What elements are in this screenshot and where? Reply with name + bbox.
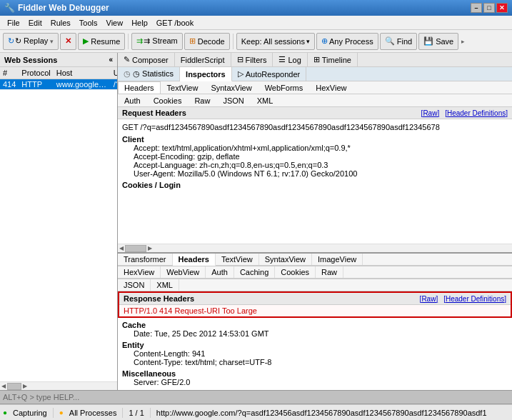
decode-button[interactable]: ⊞ Decode bbox=[184, 33, 230, 50]
stream-label: ⇉ Stream bbox=[144, 36, 178, 46]
collapse-button[interactable]: « bbox=[109, 56, 113, 64]
request-headers-section-header: Request Headers [Raw] [Header Definition… bbox=[118, 107, 512, 119]
resp-tab-transformer[interactable]: Transformer bbox=[118, 254, 173, 265]
req-tab-syntaxview[interactable]: SyntaxView bbox=[204, 81, 258, 94]
minimize-button[interactable]: – bbox=[471, 3, 482, 13]
menu-tools[interactable]: Tools bbox=[75, 17, 102, 29]
resp-tab-raw[interactable]: Raw bbox=[316, 266, 343, 278]
col-url: URL bbox=[111, 67, 117, 79]
response-section: Transformer Headers TextView SyntaxView … bbox=[118, 253, 512, 390]
status-shortcut: ALT+Q > type HELP... bbox=[3, 393, 79, 401]
req-scrollbar-h[interactable]: ◀ ▶ bbox=[118, 244, 512, 252]
find-button[interactable]: 🔍 Find bbox=[380, 33, 417, 50]
resp-tab-webview[interactable]: WebView bbox=[161, 266, 206, 278]
response-tabs-row-3: JSON XML bbox=[118, 279, 512, 291]
statistics-label: ◷ Statistics bbox=[133, 69, 174, 79]
resp-tab-auth[interactable]: Auth bbox=[206, 266, 234, 278]
resp-raw-link[interactable]: [Raw] bbox=[420, 295, 438, 303]
fiddlerscript-label: FiddlerScript bbox=[181, 56, 225, 64]
tab-statistics[interactable]: ◷ ◷ Statistics bbox=[118, 67, 180, 81]
tab-timeline[interactable]: ⊞ Timeline bbox=[308, 53, 358, 66]
req-raw-link[interactable]: [Raw] bbox=[421, 109, 440, 117]
keep-arrow: ▾ bbox=[306, 38, 310, 45]
req-tab-textview[interactable]: TextView bbox=[161, 81, 205, 94]
col-protocol: Protocol bbox=[19, 67, 53, 79]
response-headers-section-header: Response Headers [Raw] [Header Definitio… bbox=[119, 293, 511, 305]
req-tab-headers[interactable]: Headers bbox=[118, 81, 161, 94]
tab-fiddlerscript[interactable]: FiddlerScript bbox=[175, 53, 231, 66]
cache-label: Cache bbox=[122, 321, 508, 329]
menu-help[interactable]: Help bbox=[127, 17, 152, 29]
response-headers-box: Response Headers [Raw] [Header Definitio… bbox=[118, 291, 512, 318]
menu-view[interactable]: View bbox=[102, 17, 128, 29]
resp-tab-json[interactable]: JSON bbox=[118, 279, 151, 291]
menu-rules[interactable]: Rules bbox=[46, 17, 75, 29]
resp-tab-hexview[interactable]: HexView bbox=[118, 266, 161, 278]
status-sep-3 bbox=[150, 408, 151, 418]
resp-tab-textview[interactable]: TextView bbox=[216, 254, 259, 265]
scroll-left-arrow[interactable]: ◀ bbox=[1, 383, 6, 389]
toolbar-overflow-arrow[interactable]: ▸ bbox=[460, 36, 466, 46]
tab-filters[interactable]: ⊟ Filters bbox=[231, 53, 273, 66]
tab-composer[interactable]: ✎ Composer bbox=[118, 53, 175, 66]
scroll-right-arrow[interactable]: ▶ bbox=[23, 383, 27, 389]
close-button[interactable]: ✕ bbox=[496, 3, 508, 13]
req-tab-raw[interactable]: Raw bbox=[188, 94, 216, 106]
tab-autoresponder[interactable]: ▷ AutoResponder bbox=[232, 67, 306, 81]
web-sessions-label: Web Sessions bbox=[4, 56, 57, 64]
client-section: Client Accept: text/html,application/xht… bbox=[122, 135, 508, 178]
log-label: Log bbox=[288, 56, 301, 64]
decode-label: Decode bbox=[198, 37, 225, 46]
table-row[interactable]: 414 HTTP www.google.com /?q=asdf123456as… bbox=[0, 79, 117, 90]
keep-sessions-dropdown[interactable]: Keep: All sessions ▾ bbox=[236, 33, 315, 50]
misc-label: Miscellaneous bbox=[122, 369, 508, 378]
req-tab-auth[interactable]: Auth bbox=[118, 94, 147, 106]
resp-tab-imageview[interactable]: ImageView bbox=[312, 254, 363, 265]
left-panel: Web Sessions « # Protocol Host URL 414 H… bbox=[0, 53, 118, 390]
req-tab-hexview[interactable]: HexView bbox=[309, 81, 353, 94]
menu-edit[interactable]: Edit bbox=[24, 17, 46, 29]
client-label: Client bbox=[122, 135, 508, 144]
resp-tab-syntaxview[interactable]: SyntaxView bbox=[259, 254, 312, 265]
replay-dropdown-arrow[interactable]: ▾ bbox=[50, 38, 54, 45]
replay-button[interactable]: ↻ ↻ Replay ▾ bbox=[3, 33, 59, 50]
req-tab-cookies[interactable]: Cookies bbox=[147, 94, 189, 106]
req-tab-xml[interactable]: XML bbox=[251, 94, 280, 106]
response-headers-container: Response Headers [Raw] [Header Definitio… bbox=[118, 291, 512, 390]
req-header-defs-link[interactable]: [Header Definitions] bbox=[445, 109, 508, 117]
capturing-label: Capturing bbox=[13, 409, 47, 417]
req-tab-json[interactable]: JSON bbox=[216, 94, 250, 106]
accept-encoding-header: Accept-Encoding: gzip, deflate bbox=[122, 152, 508, 161]
req-scroll-thumb[interactable] bbox=[125, 245, 146, 252]
menu-file[interactable]: File bbox=[3, 17, 24, 29]
request-line: GET /?q=asdf1234567890asdf1234567890asdf… bbox=[122, 122, 508, 132]
remove-button[interactable]: ✕ bbox=[60, 33, 76, 50]
resume-button[interactable]: ▶ Resume bbox=[78, 33, 125, 50]
log-icon: ☰ bbox=[278, 55, 286, 64]
scroll-thumb[interactable] bbox=[7, 383, 21, 390]
process-icon: ● bbox=[59, 409, 64, 416]
menu-get-book[interactable]: GET /book bbox=[152, 17, 198, 29]
resp-tab-cookies[interactable]: Cookies bbox=[275, 266, 316, 278]
req-tab-webforms[interactable]: WebForms bbox=[258, 81, 310, 94]
tab-log[interactable]: ☰ Log bbox=[273, 53, 307, 66]
resp-header-defs-link[interactable]: [Header Definitions] bbox=[443, 295, 506, 303]
stream-button[interactable]: ⇉ ⇉ Stream bbox=[131, 33, 183, 50]
status-sep-1 bbox=[53, 408, 54, 418]
user-agent-header: User-Agent: Mozilla/5.0 (Windows NT 6.1;… bbox=[122, 169, 508, 178]
maximize-button[interactable]: □ bbox=[483, 3, 495, 13]
capturing-icon: ● bbox=[3, 409, 7, 416]
resp-tab-xml[interactable]: XML bbox=[151, 279, 179, 291]
statistics-icon: ◷ bbox=[124, 69, 131, 79]
resp-tab-headers[interactable]: Headers bbox=[173, 254, 216, 266]
resp-tab-caching[interactable]: Caching bbox=[234, 266, 275, 278]
resp-headers-title: Response Headers bbox=[124, 294, 414, 303]
req-scroll-right[interactable]: ▶ bbox=[148, 245, 152, 251]
req-scroll-left[interactable]: ◀ bbox=[119, 245, 124, 251]
any-process-dropdown[interactable]: ⊕ Any Process bbox=[316, 33, 378, 50]
sessions-scrollbar[interactable]: ◀ ▶ bbox=[0, 381, 117, 390]
tab-inspectors[interactable]: Inspectors bbox=[180, 67, 232, 81]
timeline-label: Timeline bbox=[322, 56, 351, 64]
cache-date: Date: Tue, 25 Dec 2012 14:53:01 GMT bbox=[122, 329, 508, 338]
save-button[interactable]: 💾 Save bbox=[418, 33, 458, 50]
